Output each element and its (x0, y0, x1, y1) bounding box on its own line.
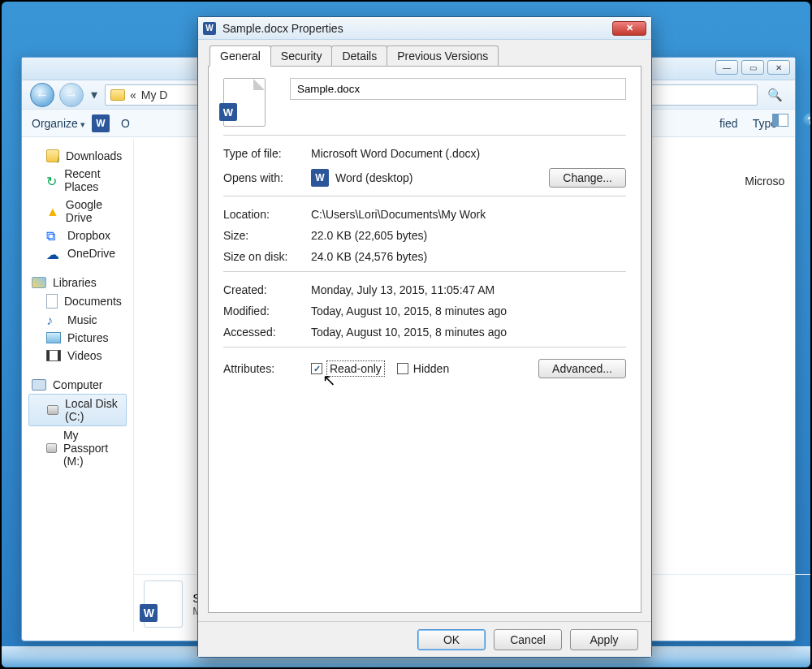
readonly-checkbox[interactable]: Read-only (311, 361, 384, 376)
libraries-label: Libraries (53, 276, 97, 289)
word-icon: W (203, 22, 216, 35)
nav-forward-button[interactable]: → (59, 83, 84, 107)
sidebar-item-music[interactable]: ♪Music (28, 311, 127, 329)
libraries-group[interactable]: Libraries (28, 274, 127, 291)
sidebar-item-pictures[interactable]: Pictures (28, 329, 127, 347)
drive-icon (46, 443, 57, 453)
filename-input[interactable] (290, 78, 626, 100)
sidebar-item-documents[interactable]: Documents (28, 291, 127, 311)
open-menu[interactable]: W O (92, 114, 130, 132)
sidebar-item-downloads[interactable]: Downloads (28, 147, 127, 165)
open-label: O (121, 117, 130, 130)
computer-group[interactable]: Computer (28, 376, 127, 394)
sidebar-item-label: Documents (64, 295, 122, 308)
size-on-disk-value: 24.0 KB (24,576 bytes) (311, 250, 626, 263)
change-button[interactable]: Change... (549, 168, 626, 188)
advanced-button[interactable]: Advanced... (538, 359, 626, 378)
computer-icon (32, 379, 46, 391)
close-button[interactable]: ✕ (612, 21, 646, 36)
tab-general-pane: W Type of file:Microsoft Word Document (… (208, 66, 641, 613)
sidebar-item-label: Pictures (67, 331, 109, 344)
maximize-button[interactable]: ▭ (741, 60, 764, 75)
tab-general[interactable]: General (209, 45, 271, 67)
location-label: Location: (223, 208, 311, 221)
tab-details[interactable]: Details (331, 45, 387, 67)
search-icon[interactable]: 🔍 (762, 84, 787, 106)
modified-value: Today, August 10, 2015, 8 minutes ago (311, 304, 626, 317)
sidebar-item-label: My Passport (M:) (63, 429, 122, 468)
hidden-label: Hidden (413, 362, 449, 375)
organize-menu[interactable]: Organize (32, 117, 85, 130)
file-row-type: Microso (745, 175, 810, 188)
sidebar-item-label: OneDrive (67, 247, 115, 260)
minimize-button[interactable]: — (715, 60, 738, 75)
type-of-file-label: Type of file: (223, 147, 311, 160)
sidebar-item-label: Videos (67, 349, 102, 362)
document-icon: W (223, 78, 266, 127)
sidebar-item-label: Music (67, 313, 97, 326)
column-date-modified[interactable]: fied (719, 117, 738, 130)
dialog-titlebar[interactable]: W Sample.docx Properties ✕ (198, 17, 651, 40)
sidebar-item-google-drive[interactable]: ▲Google Drive (28, 196, 127, 227)
drive-icon (47, 405, 58, 415)
opens-with-value: Word (desktop) (335, 171, 412, 184)
breadcrumb-prefix: « (130, 88, 136, 101)
tab-security[interactable]: Security (270, 45, 333, 67)
checkbox-icon (397, 363, 408, 374)
checkbox-icon (311, 363, 322, 374)
accessed-value: Today, August 10, 2015, 8 minutes ago (311, 326, 626, 339)
properties-dialog: W Sample.docx Properties ✕ GeneralSecuri… (197, 16, 652, 658)
sidebar-item-drive[interactable]: Local Disk (C:) (28, 394, 127, 426)
nav-back-button[interactable]: ← (30, 83, 54, 107)
close-button[interactable]: ✕ (767, 60, 790, 75)
recent-locations-button[interactable]: ▾ (89, 83, 100, 107)
sidebar-item-dropbox[interactable]: ⧉Dropbox (28, 227, 127, 244)
folder-icon (110, 89, 125, 101)
sidebar-item-videos[interactable]: Videos (28, 347, 127, 365)
type-of-file-value: Microsoft Word Document (.docx) (311, 147, 626, 160)
dialog-footer: OK Cancel Apply (198, 621, 651, 657)
size-label: Size: (223, 229, 311, 242)
size-value: 22.0 KB (22,605 bytes) (311, 229, 626, 242)
dialog-tabs: GeneralSecurityDetailsPrevious Versions (198, 40, 651, 66)
opens-with-label: Opens with: (223, 171, 311, 184)
sidebar-item-label: Recent Places (64, 167, 122, 193)
hidden-checkbox[interactable]: Hidden (397, 362, 449, 375)
breadcrumb: My D (141, 88, 168, 101)
created-value: Monday, July 13, 2015, 11:05:47 AM (311, 283, 626, 296)
computer-label: Computer (53, 378, 102, 391)
desktop: — ▭ ✕ ← → ▾ « My D 🔍 Organize W O fied (2, 2, 810, 667)
location-value: C:\Users\Lori\Documents\My Work (311, 208, 626, 221)
tab-previous-versions[interactable]: Previous Versions (387, 45, 499, 67)
sidebar-item-label: Downloads (66, 149, 122, 162)
dialog-title: Sample.docx Properties (222, 22, 343, 35)
navigation-pane: Downloads↻Recent Places▲Google Drive⧉Dro… (22, 139, 134, 632)
sidebar-item-label: Local Disk (C:) (65, 397, 121, 423)
word-file-icon (144, 581, 183, 628)
modified-label: Modified: (223, 304, 311, 317)
view-toggle-icon[interactable] (772, 114, 788, 127)
ok-button[interactable]: OK (417, 629, 486, 650)
libraries-icon (32, 277, 46, 288)
sidebar-item-onedrive[interactable]: ☁OneDrive (28, 244, 127, 262)
sidebar-item-drive[interactable]: My Passport (M:) (28, 426, 127, 470)
word-icon: W (92, 114, 110, 132)
word-icon: W (311, 169, 329, 187)
size-on-disk-label: Size on disk: (223, 250, 311, 263)
sidebar-item-label: Google Drive (66, 198, 122, 224)
sidebar-item-label: Dropbox (67, 229, 110, 242)
sidebar-item-recent-places[interactable]: ↻Recent Places (28, 165, 127, 196)
readonly-label: Read-only (327, 361, 384, 376)
cancel-button[interactable]: Cancel (494, 629, 562, 650)
created-label: Created: (223, 283, 311, 296)
apply-button[interactable]: Apply (570, 629, 638, 650)
accessed-label: Accessed: (223, 326, 311, 339)
help-icon[interactable]: ? (803, 113, 810, 127)
attributes-label: Attributes: (223, 362, 311, 375)
